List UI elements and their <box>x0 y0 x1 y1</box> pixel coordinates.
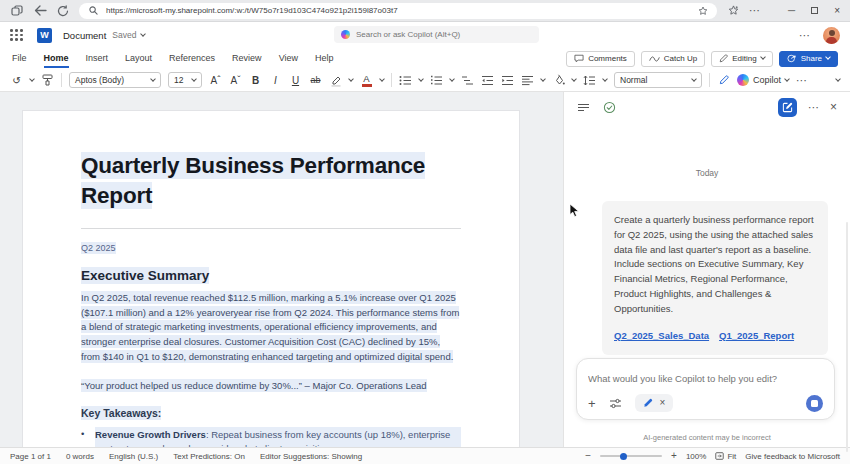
chevron-down-icon[interactable] <box>449 76 455 82</box>
font-size-select[interactable]: 12 <box>168 72 202 88</box>
comments-button[interactable]: Comments <box>566 51 635 67</box>
tab-help[interactable]: Help <box>315 50 334 68</box>
chevron-down-icon[interactable] <box>418 76 424 82</box>
tab-insert[interactable]: Insert <box>86 50 109 68</box>
zoom-slider-thumb[interactable] <box>620 453 627 460</box>
line-spacing-button[interactable] <box>583 72 596 88</box>
window-controls: ─ × <box>788 5 840 16</box>
zoom-slider[interactable] <box>600 455 662 457</box>
prompt-options-icon[interactable] <box>609 398 622 409</box>
ribbon-more-icon[interactable]: ⋯ <box>796 75 807 86</box>
italic-button[interactable]: I <box>269 72 282 88</box>
reload-icon[interactable] <box>56 4 70 18</box>
word-count[interactable]: 0 words <box>66 452 94 461</box>
undo-button[interactable]: ↺ <box>10 72 23 88</box>
grow-font-button[interactable]: Aˆ <box>209 72 222 88</box>
editor-suggestions-status[interactable]: Editor Suggestions: Showing <box>260 452 362 461</box>
catch-up-button[interactable]: Catch Up <box>641 51 705 67</box>
copilot-search-box[interactable] <box>334 26 539 43</box>
tab-review[interactable]: Review <box>232 50 262 68</box>
tab-view[interactable]: View <box>279 50 298 68</box>
copilot-more-icon[interactable]: ⋯ <box>808 102 819 113</box>
app-launcher-icon[interactable] <box>10 29 23 41</box>
text-predictions-status[interactable]: Text Predictions: On <box>173 452 245 461</box>
protected-check-icon[interactable] <box>603 101 616 114</box>
attachment-link-q1-report[interactable]: Q1_2025_Report <box>719 329 794 344</box>
chevron-down-icon[interactable] <box>379 76 385 82</box>
shading-button[interactable] <box>552 72 565 88</box>
add-attachment-button[interactable]: + <box>588 397 596 410</box>
attachment-link-sales-data[interactable]: Q2_2025_Sales_Data <box>614 329 709 344</box>
document-name[interactable]: Document <box>63 30 106 41</box>
shrink-font-button[interactable]: Aˇ <box>229 72 242 88</box>
font-color-button[interactable]: A <box>360 72 373 88</box>
copilot-prompt-input[interactable] <box>588 373 823 384</box>
stop-generating-button[interactable] <box>806 395 823 412</box>
strikethrough-button[interactable]: ab <box>309 72 322 88</box>
bullets-button[interactable] <box>399 72 412 88</box>
catch-up-icon <box>649 55 660 63</box>
bookmark-icon[interactable] <box>696 4 710 18</box>
zoom-level[interactable]: 100% <box>686 452 706 461</box>
side-panel-icon[interactable] <box>726 4 740 18</box>
tab-overview-icon[interactable] <box>10 4 24 18</box>
collapse-ribbon-icon[interactable] <box>835 76 841 82</box>
tab-layout[interactable]: Layout <box>125 50 152 68</box>
language-status[interactable]: English (U.S.) <box>109 452 158 461</box>
zoom-in-button[interactable]: + <box>671 451 677 461</box>
copilot-input-box[interactable]: + × <box>576 358 835 420</box>
menu-tabs: File Home Insert Layout References Revie… <box>12 50 334 68</box>
numbering-button[interactable] <box>430 72 443 88</box>
save-status[interactable]: Saved <box>112 30 136 40</box>
zoom-out-button[interactable]: − <box>585 451 591 461</box>
panel-scrollbar[interactable] <box>846 222 848 452</box>
chevron-down-icon[interactable] <box>348 76 354 82</box>
copilot-panel: ⋯ × Today Create a quarterly business pe… <box>563 92 850 447</box>
search-input[interactable] <box>356 30 532 39</box>
chevron-down-icon[interactable] <box>29 76 35 82</box>
font-name-select[interactable]: Aptos (Body) <box>69 72 161 88</box>
document-canvas[interactable]: Quarterly Business Performance Report Q2… <box>0 92 563 447</box>
format-painter-icon[interactable] <box>41 72 54 88</box>
close-panel-button[interactable]: × <box>830 101 837 113</box>
chevron-down-icon[interactable] <box>540 76 546 82</box>
tab-home[interactable]: Home <box>44 50 69 68</box>
chevron-down-icon[interactable] <box>141 31 147 37</box>
document-page[interactable]: Quarterly Business Performance Report Q2… <box>22 110 520 447</box>
underline-button[interactable]: U <box>289 72 302 88</box>
url-input[interactable] <box>106 6 690 15</box>
page-count[interactable]: Page 1 of 1 <box>10 452 51 461</box>
tab-file[interactable]: File <box>12 50 27 68</box>
editing-mode-button[interactable]: Editing <box>711 51 772 67</box>
chevron-down-icon[interactable] <box>571 76 577 82</box>
chevron-down-icon[interactable] <box>602 76 608 82</box>
chat-history-icon[interactable] <box>577 103 590 112</box>
fit-button[interactable]: Fit <box>715 452 736 461</box>
maximize-button[interactable] <box>811 7 818 14</box>
editor-pen-icon[interactable] <box>717 72 730 88</box>
word-logo[interactable]: W <box>37 28 52 43</box>
edit-mode-pill[interactable]: × <box>635 394 674 412</box>
share-button[interactable]: Share <box>779 51 838 67</box>
tab-references[interactable]: References <box>169 50 215 68</box>
styles-select[interactable]: Normal <box>614 72 702 88</box>
multilevel-list-button[interactable] <box>461 72 474 88</box>
feedback-link[interactable]: Give feedback to Microsoft <box>745 452 840 461</box>
highlight-color-button[interactable] <box>329 72 342 88</box>
minimize-button[interactable]: ─ <box>788 5 795 16</box>
close-window-button[interactable]: × <box>834 5 840 16</box>
new-chat-button[interactable] <box>778 98 797 117</box>
back-icon[interactable] <box>33 4 47 18</box>
browser-menu-icon[interactable]: ⋯ <box>749 5 760 16</box>
bold-button[interactable]: B <box>249 72 262 88</box>
alignment-button[interactable] <box>521 72 534 88</box>
avatar[interactable] <box>823 27 840 44</box>
decrease-indent-button[interactable] <box>481 72 494 88</box>
share-label: Share <box>801 54 822 63</box>
more-options-icon[interactable]: ⋯ <box>799 30 810 41</box>
address-bar[interactable] <box>79 3 717 19</box>
search-icon <box>86 4 100 18</box>
copilot-button[interactable]: Copilot <box>737 72 789 88</box>
dismiss-edit-mode-icon[interactable]: × <box>660 398 666 408</box>
increase-indent-button[interactable] <box>501 72 514 88</box>
